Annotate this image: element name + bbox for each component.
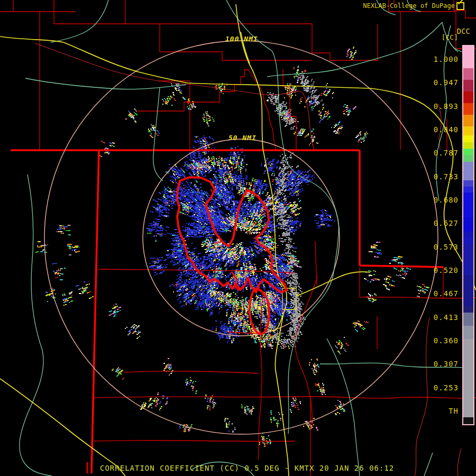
color-scale-segment [463, 162, 473, 180]
product-label: CORRELATION COEFFICIENT (CC) 0.5 DEG - K… [100, 464, 394, 472]
scale-tick-label: 0.360 [434, 336, 459, 345]
scale-tick-label: 1.000 [434, 55, 459, 63]
scale-tick-label: 0.413 [434, 313, 459, 322]
colorbar-title: DCC [457, 27, 470, 35]
range-ring [143, 139, 340, 336]
scale-tick-label: 0.733 [434, 172, 459, 181]
external-link-icon[interactable] [456, 2, 464, 10]
range-ring-label-50: 50 NMI [228, 134, 257, 142]
scale-tick-label: 0.520 [434, 266, 459, 274]
site-title[interactable]: NEXLAB-College of DuPage [363, 2, 455, 10]
color-scale-segment [463, 417, 473, 424]
color-scale-segment [463, 244, 473, 276]
color-scale-segment [463, 80, 473, 91]
color-scale-segment [463, 115, 473, 126]
color-scale-segment [463, 142, 473, 149]
map-lines-layer [0, 0, 476, 476]
color-scale-segment [463, 276, 473, 306]
range-rings [44, 41, 438, 434]
color-scale-segment [463, 180, 473, 187]
color-scale-segment [463, 126, 473, 135]
rivers [20, 0, 473, 476]
range-ring [44, 41, 438, 434]
color-scale-segment [463, 326, 473, 339]
scale-tick-label: 0.787 [434, 149, 459, 157]
scale-tick-label: 0.627 [434, 219, 459, 227]
color-scale-segment [463, 306, 473, 313]
color-scale-segment [463, 339, 473, 417]
scale-tick-label: TH [448, 407, 459, 415]
color-scale-bar [462, 45, 474, 425]
range-ring-label-100: 100 NMI [225, 35, 258, 43]
color-scale-segment [463, 155, 473, 162]
scale-tick-label: 0.840 [434, 125, 459, 134]
scale-tick-label: 0.253 [434, 383, 459, 392]
scale-tick-label: 0.307 [434, 360, 459, 368]
color-scale-segment [463, 193, 473, 217]
highways [0, 4, 476, 476]
scale-tick-label: 0.947 [434, 78, 459, 87]
scale-tick-label: 0.893 [434, 102, 459, 111]
color-scale-segment [463, 313, 473, 326]
color-scale-segment [463, 135, 473, 142]
lake-outline [177, 177, 287, 334]
color-scale-segment [463, 46, 473, 68]
county-boundaries [0, 0, 476, 476]
colorbar-units: [CC] [442, 33, 458, 41]
color-scale-segment [463, 91, 473, 103]
scale-tick-label: 0.680 [434, 196, 459, 204]
red-wavy-lines [35, 43, 461, 476]
scale-tick-label: 0.573 [434, 243, 459, 251]
scale-tick-label: 0.467 [434, 289, 459, 298]
color-scale-segment [463, 237, 473, 244]
color-scale-segment [463, 187, 473, 193]
color-scale-segment [463, 68, 473, 80]
color-scale-segment [463, 232, 473, 237]
color-scale-segment [463, 217, 473, 232]
color-scale-segment [463, 103, 473, 115]
radar-display: NEXLAB-College of DuPage DCC [CC] 1.0000… [0, 0, 476, 476]
color-scale-segment [463, 149, 473, 155]
state-borders [11, 150, 443, 473]
